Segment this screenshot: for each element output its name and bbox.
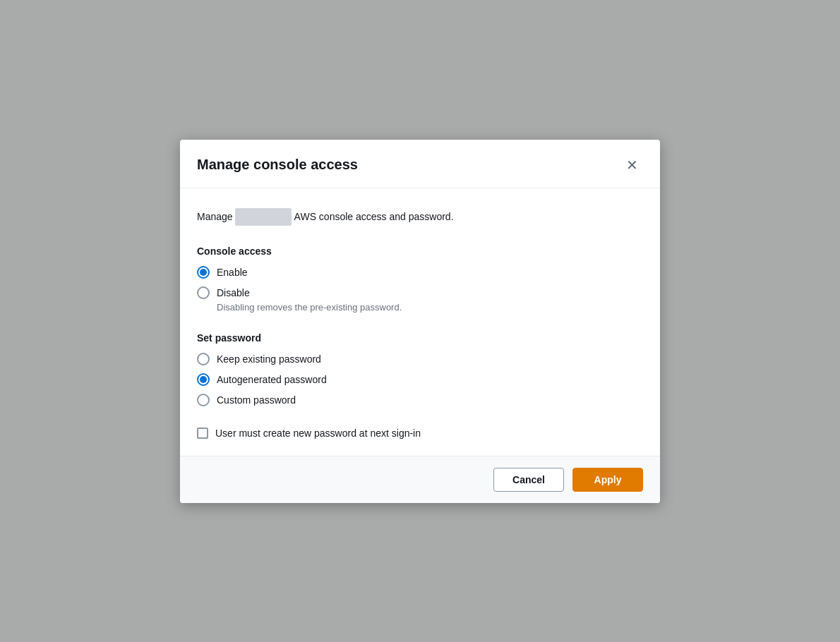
modal-title: Manage console access <box>197 157 358 173</box>
console-access-radio-group: Enable Disable Disabling removes the pre… <box>197 265 643 313</box>
blurred-username <box>235 208 292 226</box>
must-reset-checkbox-label: User must create new password at next si… <box>215 428 421 439</box>
modal-overlay: Manage console access ✕ Manage AWS conso… <box>0 0 840 642</box>
keep-password-radio-item[interactable]: Keep existing password <box>197 352 643 367</box>
must-reset-checkbox-input[interactable] <box>197 428 208 439</box>
modal-footer: Cancel Apply <box>180 456 660 503</box>
set-password-radio-group: Keep existing password Autogenerated pas… <box>197 352 643 408</box>
autogenerate-password-radio-input[interactable] <box>197 373 210 386</box>
set-password-section: Set password Keep existing password Auto… <box>197 332 643 408</box>
disable-radio-item[interactable]: Disable Disabling removes the pre-existi… <box>197 286 643 313</box>
enable-radio-input[interactable] <box>197 266 210 279</box>
console-access-section: Console access Enable Disable <box>197 246 643 313</box>
custom-password-radio-label: Custom password <box>217 393 296 408</box>
description-suffix: AWS console access and password. <box>294 211 454 222</box>
close-icon: ✕ <box>626 157 638 174</box>
close-button[interactable]: ✕ <box>620 154 643 176</box>
enable-radio-item[interactable]: Enable <box>197 265 643 280</box>
enable-radio-content: Enable <box>217 265 248 280</box>
enable-radio-label: Enable <box>217 265 248 280</box>
custom-password-radio-input[interactable] <box>197 394 210 406</box>
modal-body: Manage AWS console access and password. … <box>180 188 660 456</box>
disable-radio-content: Disable Disabling removes the pre-existi… <box>217 286 402 313</box>
disable-radio-input[interactable] <box>197 286 210 299</box>
autogenerate-password-radio-item[interactable]: Autogenerated password <box>197 373 643 387</box>
description-text: Manage AWS console access and password. <box>197 208 643 226</box>
keep-password-radio-input[interactable] <box>197 353 210 365</box>
modal-dialog: Manage console access ✕ Manage AWS conso… <box>180 140 660 503</box>
disable-radio-hint: Disabling removes the pre-existing passw… <box>217 302 402 313</box>
description-prefix: Manage <box>197 211 233 222</box>
console-access-label: Console access <box>197 246 643 257</box>
must-reset-checkbox-item[interactable]: User must create new password at next si… <box>197 428 643 439</box>
keep-password-radio-label: Keep existing password <box>217 352 321 367</box>
autogenerate-password-radio-label: Autogenerated password <box>217 373 327 387</box>
set-password-label: Set password <box>197 332 643 344</box>
modal-header: Manage console access ✕ <box>180 140 660 188</box>
apply-button[interactable]: Apply <box>572 468 643 492</box>
custom-password-radio-item[interactable]: Custom password <box>197 393 643 408</box>
cancel-button[interactable]: Cancel <box>493 468 564 492</box>
disable-radio-label: Disable <box>217 286 402 301</box>
